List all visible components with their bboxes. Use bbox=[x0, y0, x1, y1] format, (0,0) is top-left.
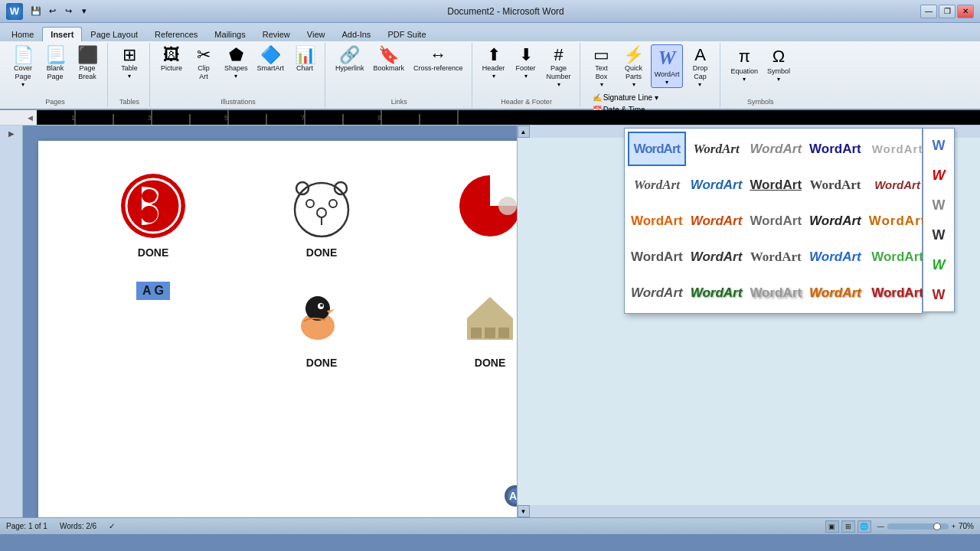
wordart-btn[interactable]: W WordArt ▾ bbox=[651, 44, 684, 88]
zoom-thumb[interactable] bbox=[933, 523, 941, 530]
quick-parts-icon: ⚡ bbox=[623, 47, 644, 64]
tab-pdf[interactable]: PDF Suite bbox=[379, 27, 434, 41]
wordart-style-3[interactable]: WordArt bbox=[746, 132, 805, 166]
svg-rect-37 bbox=[485, 328, 495, 338]
wordart-style-8[interactable]: WordArt bbox=[746, 168, 805, 202]
svg-text:7: 7 bbox=[301, 114, 305, 122]
wordart-style-12[interactable]: WordArt bbox=[688, 204, 746, 238]
minimize-btn[interactable]: — bbox=[920, 5, 937, 18]
zoom-slider[interactable] bbox=[887, 523, 949, 530]
view-web-btn[interactable]: 🌐 bbox=[858, 520, 871, 533]
wordart-style-18[interactable]: WordArt bbox=[746, 240, 805, 274]
tab-references[interactable]: References bbox=[146, 27, 206, 41]
hyperlink-btn[interactable]: 🔗 Hyperlink bbox=[332, 44, 368, 75]
tab-home[interactable]: Home bbox=[3, 27, 42, 41]
wordart-style-6[interactable]: WordArt bbox=[628, 168, 686, 202]
clip-art-btn[interactable]: ✂ ClipArt bbox=[188, 44, 219, 83]
page-number-btn[interactable]: # PageNumber ▾ bbox=[543, 44, 575, 90]
redo-btn[interactable]: ↪ bbox=[61, 5, 75, 18]
bookmark-btn[interactable]: 🔖 Bookmark bbox=[370, 44, 409, 75]
zoom-out-btn[interactable]: — bbox=[877, 523, 884, 530]
wordart-style-19[interactable]: WordArt bbox=[806, 240, 864, 274]
cover-page-btn[interactable]: 📄 CoverPage ▾ bbox=[8, 44, 38, 90]
wordart-style-21[interactable]: WordArt bbox=[628, 276, 686, 310]
equation-btn[interactable]: π Equation ▾ bbox=[727, 44, 762, 85]
wordart-style-24[interactable]: WordArt bbox=[806, 276, 864, 310]
undo-btn[interactable]: ↩ bbox=[45, 5, 59, 18]
links-group-label: Links bbox=[391, 96, 407, 106]
wa-side-1[interactable]: W bbox=[925, 132, 952, 159]
wordart-style-2[interactable]: WordArt bbox=[688, 132, 746, 166]
wordart-style-5[interactable]: WordArt bbox=[866, 132, 929, 166]
svg-point-27 bbox=[317, 208, 326, 217]
wordart-style-1[interactable]: WordArt bbox=[628, 132, 686, 166]
svg-text:5: 5 bbox=[224, 114, 228, 122]
tab-page-layout[interactable]: Page Layout bbox=[82, 27, 146, 41]
wa-side-5[interactable]: W bbox=[925, 251, 952, 279]
tab-addins[interactable]: Add-Ins bbox=[333, 27, 379, 41]
wordart-style-9[interactable]: WordArt bbox=[806, 168, 864, 202]
smartart-icon: 🔷 bbox=[260, 47, 281, 64]
wordart-style-20[interactable]: WordArt bbox=[866, 240, 929, 274]
picture-btn[interactable]: 🖼 Picture bbox=[156, 44, 187, 75]
wordart-style-7[interactable]: WordArt bbox=[688, 168, 746, 202]
page-break-btn[interactable]: ⬛ PageBreak bbox=[72, 44, 103, 83]
wordart-style-23[interactable]: WordArt bbox=[746, 276, 805, 310]
table-icon: ⊞ bbox=[122, 47, 136, 64]
textbox-btn[interactable]: ▭ TextBox ▾ bbox=[586, 44, 617, 90]
status-bar: Page: 1 of 1 Words: 2/6 ✓ ▣ ⊞ 🌐 — + 70% bbox=[0, 517, 980, 534]
wa-side-6[interactable]: W bbox=[925, 281, 952, 308]
tab-review[interactable]: Review bbox=[254, 27, 299, 41]
wordart-style-22[interactable]: WordArt bbox=[688, 276, 746, 310]
svg-text:A: A bbox=[509, 490, 517, 502]
wordart-style-11[interactable]: WordArt bbox=[628, 204, 686, 238]
save-btn[interactable]: 💾 bbox=[29, 5, 43, 18]
svg-rect-36 bbox=[471, 328, 482, 338]
view-full-btn[interactable]: ⊞ bbox=[841, 520, 855, 533]
view-print-btn[interactable]: ▣ bbox=[825, 520, 839, 533]
ruler-toggle[interactable]: ◀ bbox=[23, 114, 37, 122]
document-container[interactable]: DONE bbox=[23, 126, 517, 517]
wordart-style-4[interactable]: WordArt bbox=[806, 132, 864, 166]
tab-view[interactable]: View bbox=[299, 27, 334, 41]
header-btn[interactable]: ⬆ Header ▾ bbox=[479, 44, 509, 82]
wordart-style-17[interactable]: WordArt bbox=[688, 240, 746, 274]
wordart-style-25[interactable]: WordArt bbox=[866, 276, 929, 310]
chart-btn[interactable]: 📊 Chart bbox=[289, 44, 320, 75]
table-btn[interactable]: ⊞ Table ▾ bbox=[114, 44, 145, 82]
cross-ref-label: Cross-reference bbox=[413, 64, 463, 73]
quick-parts-btn[interactable]: ⚡ QuickParts ▾ bbox=[619, 44, 649, 90]
tab-mailings[interactable]: Mailings bbox=[206, 27, 253, 41]
cover-page-label: CoverPage bbox=[14, 64, 32, 81]
qa-dropdown[interactable]: ▾ bbox=[77, 5, 91, 18]
tab-insert[interactable]: Insert bbox=[42, 27, 82, 41]
drop-cap-btn[interactable]: A DropCap ▾ bbox=[684, 44, 715, 90]
smartart-btn[interactable]: 🔷 SmartArt bbox=[253, 44, 289, 75]
wa-side-2[interactable]: W bbox=[925, 161, 952, 189]
wordart-style-15[interactable]: WordArt bbox=[866, 204, 929, 238]
pages-items: 📄 CoverPage ▾ 📃 BlankPage ⬛ PageBreak bbox=[8, 44, 103, 96]
footer-btn[interactable]: ⬇ Footer ▾ bbox=[511, 44, 541, 82]
cross-ref-btn[interactable]: ↔ Cross-reference bbox=[410, 44, 467, 75]
left-toggle[interactable]: ▶ bbox=[8, 129, 15, 138]
blank-page-btn[interactable]: 📃 BlankPage bbox=[40, 44, 70, 83]
close-btn[interactable]: ✕ bbox=[957, 5, 974, 18]
cat-face-svg bbox=[287, 171, 356, 240]
wa-side-3[interactable]: W bbox=[925, 191, 952, 219]
bookmark-icon: 🔖 bbox=[378, 47, 399, 64]
signature-line-btn[interactable]: ✍ Signature Line ▾ bbox=[590, 92, 716, 103]
wordart-style-16[interactable]: WordArt bbox=[628, 240, 686, 274]
symbol-btn[interactable]: Ω Symbol ▾ bbox=[763, 44, 794, 85]
zoom-in-btn[interactable]: + bbox=[952, 523, 956, 530]
wa-side-4[interactable]: W bbox=[925, 221, 952, 249]
restore-btn[interactable]: ❐ bbox=[939, 5, 956, 18]
wordart-style-14[interactable]: WordArt bbox=[806, 204, 864, 238]
page-break-label: PageBreak bbox=[78, 64, 96, 81]
shapes-btn[interactable]: ⬟ Shapes ▾ bbox=[220, 44, 252, 82]
scroll-down-btn[interactable]: ▼ bbox=[518, 505, 530, 517]
symbols-group-label: Symbols bbox=[747, 96, 774, 106]
wordart-style-10[interactable]: WordArt bbox=[866, 168, 929, 202]
scroll-up-btn[interactable]: ▲ bbox=[518, 126, 530, 138]
svg-point-29 bbox=[498, 197, 517, 215]
wordart-style-13[interactable]: WordArt bbox=[746, 204, 805, 238]
